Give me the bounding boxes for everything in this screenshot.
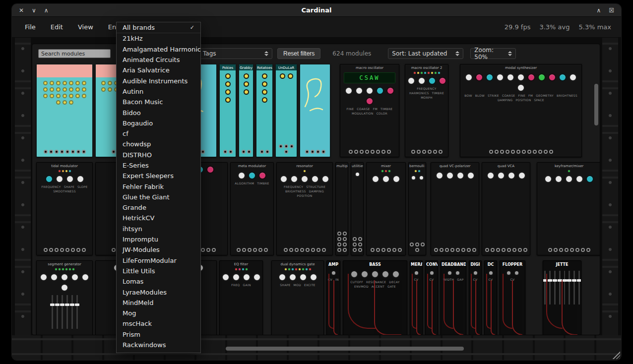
menu-item-view[interactable]: View — [72, 21, 99, 33]
module-pokies[interactable]: Pokies — [219, 64, 236, 157]
brand-option[interactable]: Autinn — [117, 86, 200, 97]
knob-row — [231, 169, 273, 180]
menu-item-file[interactable]: File — [19, 21, 42, 33]
module-digi[interactable]: DIGICV — [469, 260, 482, 335]
module-labels: CUTOFFRESONANCEDECAYENVMODACCENTGATE — [343, 278, 407, 288]
menubar: FileEditViewEngineHelp 29.9 fps3.3% avg5… — [12, 17, 621, 38]
module-resonator[interactable]: resonatorFREQUENCYSTRUCTUREBRIGHTNESSDAM… — [276, 162, 333, 255]
module-quad-vca[interactable]: quad VCA — [482, 162, 530, 255]
menu-item-edit[interactable]: Edit — [45, 21, 69, 33]
jack — [544, 150, 548, 154]
knob-row — [441, 267, 466, 276]
module-label: DECAY — [389, 280, 399, 284]
brand-option[interactable]: Bidoo — [117, 107, 200, 118]
brand-option[interactable]: Mog — [117, 308, 200, 318]
module-title: Rotatoes — [256, 64, 272, 70]
module-deadband[interactable]: DEADBANDWIDTHGAP — [441, 260, 466, 335]
jack — [55, 150, 59, 154]
module-undular[interactable]: UnDuLaR — [275, 64, 297, 157]
brand-option[interactable]: cf — [117, 128, 200, 139]
brand-option[interactable]: Animated Circuits — [117, 55, 200, 65]
brand-option-selected[interactable]: All brands ✓ — [117, 22, 200, 33]
jack — [337, 243, 341, 246]
brand-option[interactable]: Bacon Music — [117, 97, 200, 107]
vertical-scrollbar[interactable] — [594, 84, 598, 125]
brand-option[interactable]: Glue the Giant — [117, 192, 200, 202]
brand-option[interactable]: Aria Salvatrice — [117, 65, 200, 75]
jack-row — [340, 148, 399, 157]
brand-option[interactable]: Bogaudio — [117, 118, 200, 128]
search-input[interactable] — [38, 49, 111, 58]
reset-filters-button[interactable]: Reset filters — [277, 48, 320, 59]
module-bass[interactable]: BASSCUTOFFRESONANCEDECAYENVMODACCENTGATE — [343, 260, 407, 335]
knob — [56, 87, 61, 92]
module-eq-filter[interactable]: EQ filterFREQGAIN — [219, 260, 263, 335]
module-grabby[interactable]: Grabby — [239, 64, 253, 157]
knob-row — [485, 267, 497, 276]
module-macro-oscillator[interactable]: macro oscillatorCSAWFINECOARSEFMTIMBREMO… — [340, 64, 399, 157]
close-icon[interactable]: ✕ — [19, 7, 24, 13]
brand-option[interactable]: LyraeModules — [117, 287, 200, 297]
module-panel[interactable] — [300, 64, 330, 157]
module-dual-dynamics-gate[interactable]: dual dynamics gateSHAPEMODEXCITE — [271, 260, 324, 335]
jack — [242, 150, 246, 154]
brand-option[interactable]: MindMeld — [117, 298, 200, 308]
brand-option[interactable]: 21kHz — [117, 33, 200, 44]
module-mera[interactable]: MERACV — [410, 260, 423, 335]
module-amp[interactable]: AMPCVIN — [326, 260, 340, 335]
brand-option[interactable]: Rackwindows — [117, 340, 200, 350]
brand-option[interactable]: JW-Modules — [117, 244, 200, 255]
brand-option[interactable]: Fehler Fabrik — [117, 181, 200, 191]
module-segment-generator[interactable]: segment generator — [36, 260, 93, 335]
brand-option[interactable]: Expert Sleepers — [117, 171, 200, 181]
close-window-icon[interactable]: ☒ — [609, 7, 614, 13]
module-bernoulli-gate[interactable]: bernoulli gate — [408, 162, 426, 255]
brand-option[interactable]: Amalgamated Harmonics — [117, 44, 200, 55]
horizontal-scrollbar[interactable] — [226, 347, 464, 351]
module-tidal-modulator[interactable]: tidal modulatorFREQUENCYSHAPESLOPESMOOTH… — [36, 162, 93, 255]
brand-option[interactable]: chowdsp — [117, 139, 200, 149]
module-dc[interactable]: DCCV — [484, 260, 497, 335]
brand-option[interactable]: HetrickCV — [117, 213, 200, 223]
brand-option[interactable]: Audible Instruments — [117, 75, 200, 86]
expand-icon[interactable]: ∧ — [596, 7, 601, 13]
brand-option[interactable]: LifeFormModular — [117, 255, 200, 266]
slider — [544, 271, 546, 304]
sort-select[interactable]: Sort: Last updated — [388, 48, 463, 59]
led-row — [537, 169, 600, 172]
chevron-down-icon[interactable]: ∨ — [32, 7, 36, 13]
module-flopper[interactable]: FLOPPERCV — [500, 260, 525, 335]
brand-option[interactable]: Prism — [117, 329, 200, 340]
module-rotatoes[interactable]: Rotatoes — [256, 64, 273, 157]
brand-option[interactable]: mscHack — [117, 318, 200, 329]
module-macro-oscillator-2[interactable]: macro oscillator 2FREQUENCYHARMONICSTIMB… — [405, 64, 448, 157]
module-multiples[interactable]: multiples — [335, 162, 348, 255]
brand-option[interactable]: Little Utils — [117, 266, 200, 276]
chevron-up-icon[interactable]: ∧ — [44, 7, 49, 13]
brand-option[interactable]: Lomas — [117, 276, 200, 287]
select-arrows-icon — [508, 51, 512, 56]
module-utilities[interactable]: utilities — [351, 162, 364, 255]
knob — [475, 73, 483, 81]
module-keyframer-mixer[interactable]: keyframer/mixer — [537, 162, 600, 255]
jack — [434, 248, 438, 252]
module-panel[interactable] — [36, 64, 93, 157]
brand-option[interactable]: Grande — [117, 202, 200, 213]
module-jette[interactable]: JETTE — [543, 260, 581, 335]
module-modal-synthesizer[interactable]: modal synthesizerBOWBLOWSTRIKECOARSEFINE… — [460, 64, 582, 157]
zoom-select[interactable]: Zoom: 50% — [470, 48, 516, 59]
module-conv[interactable]: CONVCV — [425, 260, 438, 335]
module-label: FREQUENCY — [417, 87, 436, 90]
module-quad-vc-polarizer[interactable]: quad VC-polarizer — [431, 162, 479, 255]
knob — [372, 175, 380, 183]
module-meta-modulator[interactable]: meta modulatorALGORITHMTIMBRE — [230, 162, 274, 255]
brand-option[interactable]: E-Series — [117, 160, 200, 171]
brand-option[interactable]: Impromptu — [117, 234, 200, 244]
brand-option[interactable]: DISTRHO — [117, 150, 200, 160]
brand-option[interactable]: ihtsyn — [117, 224, 200, 234]
rack-rail-right — [602, 38, 618, 337]
module-mixer[interactable]: mixer — [366, 162, 406, 255]
tags-filter-select[interactable]: Tags — [199, 48, 272, 59]
knob — [350, 270, 358, 278]
patch-cable — [412, 274, 416, 329]
